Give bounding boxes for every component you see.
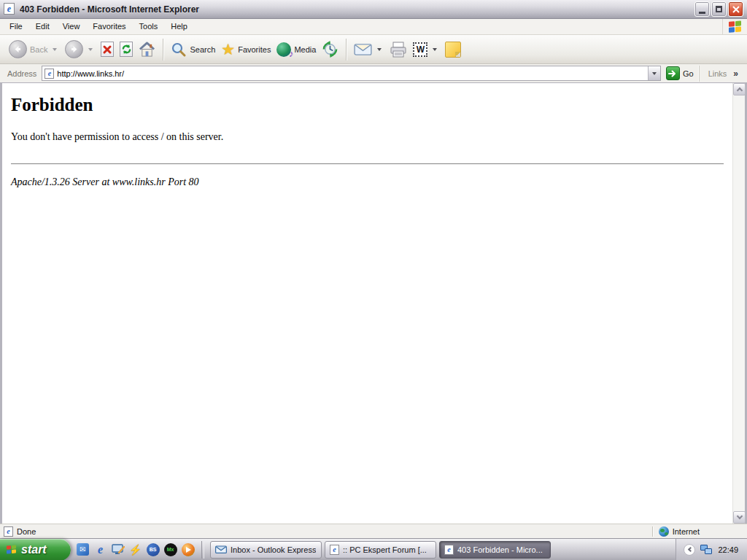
ie-app-icon: e	[4, 3, 16, 15]
close-icon	[732, 6, 740, 13]
address-label: Address	[2, 69, 42, 78]
address-field: e	[42, 66, 661, 81]
edit-button[interactable]: W	[410, 37, 442, 62]
menu-help[interactable]: Help	[164, 19, 194, 34]
quick-launch-bar: ✉ e ⚡ BS Mx	[71, 542, 200, 556]
standard-toolbar: Back	[0, 35, 747, 64]
stop-icon	[101, 42, 114, 57]
task-label: Inbox - Outlook Express	[231, 545, 316, 554]
zone-label: Internet	[673, 527, 700, 536]
music-note-icon: ♪	[289, 48, 294, 59]
ie-page-icon: e	[444, 545, 454, 555]
search-label: Search	[190, 45, 215, 54]
system-tray: 22:49	[676, 539, 747, 560]
error-message: You don't have permission to access / on…	[11, 131, 724, 143]
task-button-outlook[interactable]: Inbox - Outlook Express	[210, 541, 322, 559]
menu-file[interactable]: File	[3, 19, 29, 34]
chevron-down-icon	[652, 72, 657, 75]
print-button[interactable]	[387, 37, 410, 62]
taskbar: start ✉ e ⚡ BS Mx	[0, 538, 747, 560]
back-icon	[9, 40, 27, 58]
forward-button[interactable]	[62, 37, 98, 62]
task-button-403-active[interactable]: e 403 Forbidden - Micro...	[439, 541, 551, 559]
tray-collapse-button[interactable]	[684, 544, 695, 556]
statusbar-separator	[652, 526, 653, 537]
edit-dropdown-icon[interactable]	[433, 48, 437, 51]
search-button[interactable]: Search	[168, 37, 218, 62]
windows-logo-throbber	[722, 19, 747, 34]
scroll-up-button[interactable]	[733, 83, 746, 96]
address-input[interactable]	[57, 67, 648, 79]
internet-explorer-icon[interactable]: e	[93, 542, 107, 556]
title-bar: e 403 Forbidden - Microsoft Internet Exp…	[0, 0, 747, 19]
internet-zone-icon	[659, 526, 669, 537]
bsplayer-icon[interactable]: BS	[146, 542, 160, 556]
close-button[interactable]	[728, 1, 743, 17]
window-title: 403 Forbidden - Microsoft Internet Explo…	[20, 4, 693, 15]
links-label[interactable]: Links	[704, 69, 732, 78]
chevron-double-right-icon[interactable]: »	[731, 69, 740, 79]
task-button-area: Inbox - Outlook Express e :: PC Ekspert …	[206, 541, 676, 559]
forward-dropdown-icon[interactable]	[88, 48, 93, 51]
minimize-button[interactable]	[694, 1, 710, 17]
envelope-glyph: ✉	[80, 545, 85, 553]
sticky-note-icon	[445, 42, 461, 58]
refresh-button[interactable]	[117, 37, 136, 62]
menu-view[interactable]: View	[56, 19, 87, 34]
home-button[interactable]	[136, 37, 158, 62]
forward-icon	[65, 40, 83, 58]
media-button[interactable]: ♪ Media	[274, 37, 319, 62]
bs-label: BS	[150, 547, 157, 552]
favorites-button[interactable]: ★ Favorites	[218, 37, 274, 62]
menu-bar: File Edit View Favorites Tools Help	[0, 19, 747, 35]
network-status-icon[interactable]	[700, 545, 713, 555]
back-button[interactable]: Back	[6, 37, 62, 62]
restore-button[interactable]	[711, 1, 727, 17]
start-label: start	[21, 543, 47, 556]
status-text: Done	[17, 527, 36, 536]
favorites-star-icon: ★	[221, 42, 235, 57]
task-button-forum[interactable]: e :: PC Ekspert Forum [...	[325, 541, 436, 559]
go-arrow-icon	[666, 66, 680, 80]
start-button[interactable]: start	[0, 539, 71, 560]
go-label: Go	[683, 69, 694, 78]
winamp-icon[interactable]: ⚡	[128, 542, 142, 556]
media-label: Media	[294, 45, 316, 54]
address-dropdown-button[interactable]	[648, 66, 660, 80]
links-bar: Links »	[699, 66, 745, 82]
chevron-down-icon	[736, 513, 742, 519]
menu-favorites[interactable]: Favorites	[86, 19, 132, 34]
menu-edit[interactable]: Edit	[29, 19, 56, 34]
task-label: :: PC Ekspert Forum [...	[343, 545, 427, 554]
media-player-icon[interactable]	[181, 542, 195, 556]
ie-page-icon: e	[330, 545, 339, 555]
stop-button[interactable]	[98, 37, 117, 62]
menu-tools[interactable]: Tools	[133, 19, 165, 34]
vertical-scrollbar[interactable]	[732, 83, 745, 524]
print-icon	[390, 42, 407, 58]
status-page-icon: e	[4, 526, 13, 537]
windows-flag-icon	[7, 545, 17, 554]
back-dropdown-icon[interactable]	[53, 48, 57, 51]
mail-dropdown-icon[interactable]	[377, 48, 382, 51]
task-label: 403 Forbidden - Micro...	[457, 545, 543, 554]
back-label: Back	[30, 45, 47, 54]
server-signature: Apache/1.3.26 Server at www.links.hr Por…	[11, 176, 724, 188]
history-icon	[322, 41, 338, 58]
mx-player-icon[interactable]: Mx	[163, 542, 177, 556]
scroll-down-button[interactable]	[733, 511, 746, 524]
play-glyph	[186, 547, 191, 553]
chevron-left-icon	[688, 547, 693, 552]
mail-icon	[354, 42, 372, 56]
ie-e-glyph: e	[98, 544, 103, 556]
outlook-express-icon[interactable]: ✉	[76, 542, 90, 556]
page-title: Forbidden	[11, 95, 724, 115]
edit-word-icon: W	[413, 42, 427, 57]
history-button[interactable]	[319, 37, 341, 62]
mail-button[interactable]	[351, 37, 387, 62]
toolbar-separator	[346, 39, 347, 61]
show-desktop-icon[interactable]	[111, 542, 125, 556]
discuss-button[interactable]	[442, 37, 464, 62]
refresh-icon	[120, 42, 133, 57]
go-button[interactable]: Go	[661, 66, 699, 80]
